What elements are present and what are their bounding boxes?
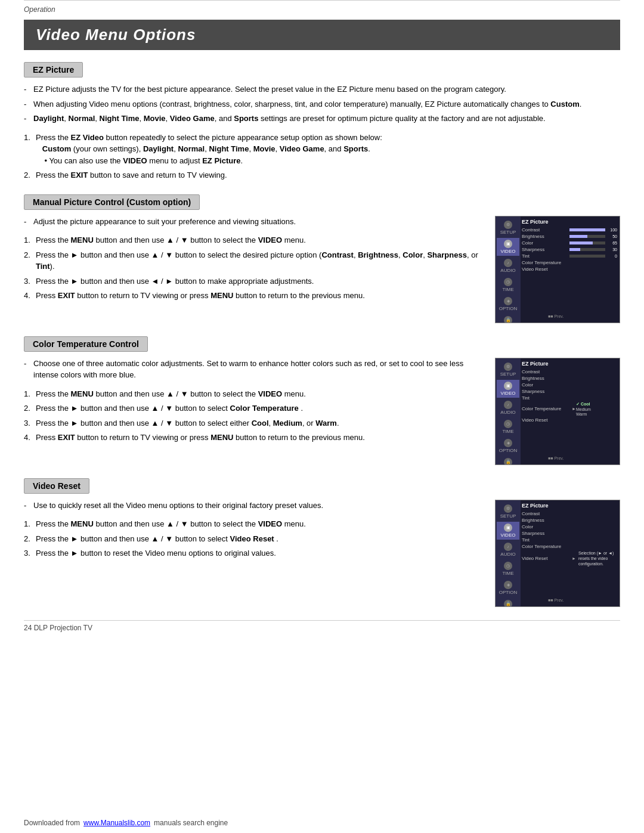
ct-sidebar-setup: ⚙SETUP bbox=[497, 361, 519, 379]
vr-row-sharpness: Sharpness bbox=[522, 531, 617, 536]
color-temp-step-1: 1. Press the MENU button and then use ▲ … bbox=[24, 388, 483, 400]
vr-sidebar-audio: ♪AUDIO bbox=[497, 541, 519, 559]
vr-row-colortemp: Color Temperature bbox=[522, 544, 617, 549]
ct-row-sharpness: Tint bbox=[522, 395, 617, 401]
vr-row-videoreset: Video Reset ► Selection (► or ◄)resets t… bbox=[522, 550, 617, 566]
vr-row-tint: Tint bbox=[522, 537, 617, 543]
bottom-rule bbox=[24, 620, 620, 621]
video-reset-image: ⚙SETUP ▣VIDEO ♪AUDIO ◷TIME ◈OPTION 🔒LOCK… bbox=[495, 500, 620, 607]
ct-row-contrast: Brightness bbox=[522, 376, 617, 381]
ez-picture-steps: 1. Press the EZ Video button repeatedly … bbox=[24, 132, 620, 181]
manual-picture-image: ⚙SETUP ▣VIDEO ♪AUDIO ◷TIME ◈OPTION 🔒LOCK… bbox=[495, 216, 620, 323]
manual-row-videoreset: Video Reset bbox=[522, 267, 617, 272]
video-reset-bullets: Use to quickly reset all the Video menu … bbox=[24, 500, 483, 512]
video-reset-steps: 1. Press the MENU button and then use ▲ … bbox=[24, 518, 483, 559]
vr-tv-footer: ■■ Prev. bbox=[548, 598, 564, 602]
vr-sidebar-time: ◷TIME bbox=[497, 560, 519, 578]
ct-sidebar-time: ◷TIME bbox=[497, 418, 519, 436]
footer-bottom: Downloaded from www.Manualslib.com manua… bbox=[24, 819, 620, 827]
video-reset-text: Use to quickly reset all the Video menu … bbox=[24, 500, 483, 607]
ct-row-brightness: Color bbox=[522, 382, 617, 388]
manual-picture-content: Adjust the picture appearance to suit yo… bbox=[24, 216, 620, 323]
ez-bullet-2: When adjusting Video menu options (contr… bbox=[24, 98, 620, 110]
ez-picture-bullets: EZ Picture adjusts the TV for the best p… bbox=[24, 83, 620, 125]
manual-picture-text: Adjust the picture appearance to suit yo… bbox=[24, 216, 483, 323]
manual-tv-footer: ■■ Prev. bbox=[548, 314, 564, 318]
vr-sidebar-option: ◈OPTION bbox=[497, 579, 519, 597]
color-temp-bullet-1: Choose one of three automatic color adju… bbox=[24, 358, 483, 381]
manual-tv-content: EZ Picture Contrast 100 Brightness 50 bbox=[522, 219, 617, 320]
top-rule bbox=[24, 0, 620, 1]
ct-row-ezpic: Contrast bbox=[522, 369, 617, 374]
operation-label: Operation bbox=[24, 5, 620, 14]
page-title: Video Menu Options bbox=[36, 26, 608, 44]
video-reset-tv-content: EZ Picture Contrast Brightness Color Sha… bbox=[522, 503, 617, 604]
ez-step-1: 1. Press the EZ Video button repeatedly … bbox=[24, 132, 620, 167]
page-container: Operation Video Menu Options EZ Picture … bbox=[0, 0, 644, 833]
ct-row-videoreset: Video Reset bbox=[522, 417, 617, 423]
video-reset-step-1: 1. Press the MENU button and then use ▲ … bbox=[24, 518, 483, 530]
color-temp-section: Color Temperature Control Choose one of … bbox=[24, 336, 620, 465]
manual-row-contrast: Contrast 100 bbox=[522, 227, 617, 233]
title-bar: Video Menu Options bbox=[24, 20, 620, 50]
vr-menu-title: EZ Picture bbox=[522, 503, 617, 509]
color-temp-header: Color Temperature Control bbox=[24, 336, 148, 352]
vr-sidebar-lock: 🔒LOCK bbox=[497, 598, 519, 607]
color-temp-text: Choose one of three automatic color adju… bbox=[24, 358, 483, 465]
color-temp-tv-sidebar: ⚙SETUP ▣VIDEO ♪AUDIO ◷TIME ◈OPTION 🔒LOCK bbox=[496, 358, 521, 465]
vr-sidebar-video: ▣VIDEO bbox=[497, 522, 519, 540]
video-reset-content: Use to quickly reset all the Video menu … bbox=[24, 500, 620, 607]
manual-bullet-1: Adjust the picture appearance to suit yo… bbox=[24, 216, 483, 228]
ct-menu-title: EZ Picture bbox=[522, 361, 617, 367]
sidebar-setup: ⚙SETUP bbox=[497, 219, 519, 237]
sidebar-option: ◈OPTION bbox=[497, 295, 519, 313]
manual-picture-header: Manual Picture Control (Custom option) bbox=[24, 194, 200, 210]
manual-row-colortemp: Color Temperature bbox=[522, 260, 617, 265]
ct-row-tint: Color Temperature ► ✓ Cool Medium Warm bbox=[522, 402, 617, 416]
color-temp-step-3: 3. Press the ► button and then use ▲ / ▼… bbox=[24, 417, 483, 429]
color-temp-image: ⚙SETUP ▣VIDEO ♪AUDIO ◷TIME ◈OPTION 🔒LOCK… bbox=[495, 358, 620, 465]
vr-row-color: Color bbox=[522, 524, 617, 529]
manual-picture-steps: 1. Press the MENU button and then use ▲ … bbox=[24, 234, 483, 302]
video-reset-tv-menu: ⚙SETUP ▣VIDEO ♪AUDIO ◷TIME ◈OPTION 🔒LOCK… bbox=[495, 500, 620, 607]
vr-sidebar-setup: ⚙SETUP bbox=[497, 503, 519, 521]
sidebar-lock: 🔒LOCK bbox=[497, 314, 519, 323]
manual-row-sharpness: Sharpness 30 bbox=[522, 247, 617, 252]
ct-sidebar-audio: ♪AUDIO bbox=[497, 399, 519, 417]
manual-row-brightness: Brightness 50 bbox=[522, 234, 617, 239]
ct-tv-footer: ■■ Prev. bbox=[548, 456, 564, 460]
ez-step-2: 2. Press the EXIT button to save and ret… bbox=[24, 169, 620, 181]
manual-step-1: 1. Press the MENU button and then use ▲ … bbox=[24, 234, 483, 246]
color-temp-content: Choose one of three automatic color adju… bbox=[24, 358, 620, 465]
ez-bullet-1: EZ Picture adjusts the TV for the best p… bbox=[24, 83, 620, 95]
ez-bullet-3: Daylight, Normal, Night Time, Movie, Vid… bbox=[24, 113, 620, 125]
manual-row-color: Color 65 bbox=[522, 240, 617, 246]
ct-sidebar-video: ▣VIDEO bbox=[497, 380, 519, 398]
sidebar-audio: ♪AUDIO bbox=[497, 257, 519, 275]
manual-step-2: 2. Press the ► button and then use ▲ / ▼… bbox=[24, 249, 483, 272]
vr-row-brightness: Brightness bbox=[522, 518, 617, 523]
ct-row-color: Sharpness bbox=[522, 389, 617, 394]
color-temp-tv-content: EZ Picture Contrast Brightness Color Sha… bbox=[522, 361, 617, 462]
manual-step-4: 4. Press EXIT button to return to TV vie… bbox=[24, 290, 483, 302]
color-temp-steps: 1. Press the MENU button and then use ▲ … bbox=[24, 388, 483, 444]
manual-picture-section: Manual Picture Control (Custom option) A… bbox=[24, 194, 620, 323]
video-reset-section: Video Reset Use to quickly reset all the… bbox=[24, 478, 620, 607]
footer-link-suffix: manuals search engine bbox=[154, 819, 228, 827]
video-reset-bullet-1: Use to quickly reset all the Video menu … bbox=[24, 500, 483, 512]
color-temp-bullets: Choose one of three automatic color adju… bbox=[24, 358, 483, 381]
manual-picture-bullets: Adjust the picture appearance to suit yo… bbox=[24, 216, 483, 228]
sidebar-time: ◷TIME bbox=[497, 276, 519, 294]
video-reset-step-3: 3. Press the ► button to reset the Video… bbox=[24, 547, 483, 559]
footer-page: 24 DLP Projection TV bbox=[24, 624, 92, 632]
content-area: EZ Picture EZ Picture adjusts the TV for… bbox=[24, 62, 620, 607]
footer-download-label: Downloaded from bbox=[24, 819, 80, 827]
manual-tv-menu: ⚙SETUP ▣VIDEO ♪AUDIO ◷TIME ◈OPTION 🔒LOCK… bbox=[495, 216, 620, 323]
ct-sidebar-option: ◈OPTION bbox=[497, 437, 519, 455]
color-temp-step-4: 4. Press EXIT button to return to TV vie… bbox=[24, 432, 483, 444]
manual-tv-sidebar: ⚙SETUP ▣VIDEO ♪AUDIO ◷TIME ◈OPTION 🔒LOCK bbox=[496, 216, 521, 323]
ez-picture-section: EZ Picture EZ Picture adjusts the TV for… bbox=[24, 62, 620, 181]
footer-link[interactable]: www.Manualslib.com bbox=[83, 819, 150, 827]
sidebar-video: ▣VIDEO bbox=[497, 238, 519, 256]
ez-picture-header: EZ Picture bbox=[24, 62, 83, 78]
